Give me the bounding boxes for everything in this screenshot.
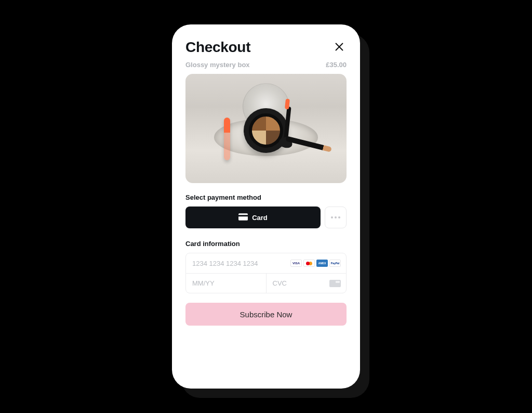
page-title: Checkout: [185, 39, 250, 56]
svg-rect-3: [238, 215, 248, 216]
amex-icon: AMEX: [316, 260, 328, 267]
card-information-label: Card information: [185, 240, 347, 248]
card-fields: VISA AMEX PayPal: [185, 253, 347, 293]
card-number-row: VISA AMEX PayPal: [186, 253, 346, 273]
more-icon: [331, 216, 340, 218]
pay-with-card-button[interactable]: Card: [185, 206, 321, 228]
product-price: £35.00: [326, 61, 347, 69]
card-brand-icons: VISA AMEX PayPal: [290, 260, 341, 267]
close-icon: [334, 41, 345, 54]
more-payment-methods-button[interactable]: [325, 206, 347, 228]
product-name: Glossy mystery box: [185, 61, 250, 69]
checkout-modal: Checkout Glossy mystery box £35.00: [172, 24, 360, 389]
header: Checkout: [185, 39, 347, 56]
compact-pan-illustration: [249, 113, 283, 148]
cvc-icon: [329, 280, 341, 287]
visa-icon: VISA: [290, 260, 302, 267]
paypal-icon: PayPal: [329, 260, 341, 267]
card-expiry-cvc-row: [186, 273, 346, 293]
lipgloss-illustration: [224, 118, 230, 160]
product-image: [185, 74, 347, 183]
mastercard-icon: [303, 260, 315, 267]
card-expiry-input[interactable]: [192, 279, 260, 287]
card-icon: [238, 213, 248, 222]
pay-with-card-label: Card: [252, 214, 268, 222]
payment-method-label: Select payment method: [185, 193, 347, 201]
close-button[interactable]: [332, 40, 347, 55]
payment-method-row: Card: [185, 206, 347, 228]
svg-rect-2: [238, 213, 248, 221]
product-summary: Glossy mystery box £35.00: [185, 61, 347, 69]
subscribe-button[interactable]: Subscribe Now: [185, 303, 347, 326]
